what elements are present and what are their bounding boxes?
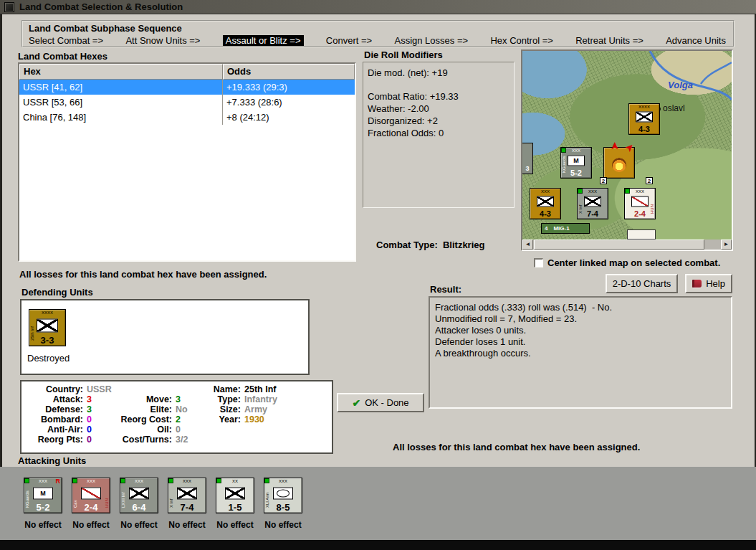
unit-strength-label: 5-2 xyxy=(24,503,62,512)
map-horizontal-scrollbar[interactable]: ◄ ► xyxy=(522,240,732,250)
detail-value: 0 xyxy=(83,425,92,435)
die-roll-modifiers-title: Die Roll Modifiers xyxy=(364,49,443,60)
map-unit-counter-partial[interactable] xyxy=(627,229,656,240)
armor-symbol-icon xyxy=(273,488,293,500)
combat-marker-icon[interactable]: ➤ ➤ xyxy=(603,147,635,179)
result-line: Unmodified roll = 7, Modified = 23. xyxy=(435,313,726,325)
detail-value: 2 xyxy=(172,414,181,425)
map-unit-counter[interactable]: XXX KGuards M 5-2 xyxy=(560,147,592,179)
hex-row[interactable]: China [76, 148] +8 (24:12) xyxy=(19,110,355,125)
unit-size-label: XXXX xyxy=(629,105,659,109)
result-line: A breakthrough occurs. xyxy=(435,348,726,359)
stack-count-label: 3 xyxy=(525,165,529,172)
land-combat-window: Land Combat Selection & Resolution Land … xyxy=(0,0,756,550)
window-system-icon[interactable] xyxy=(4,2,14,12)
unit-effect-label: No effect xyxy=(115,520,163,530)
detail-label: Attack: xyxy=(23,395,83,404)
hex-row[interactable]: USSR [53, 66] +7.333 (28:6) xyxy=(19,95,355,110)
land-combat-hexes-table[interactable]: Hex Odds USSR [41, 62] +19.333 (29:3) US… xyxy=(18,62,356,262)
help-book-icon xyxy=(692,280,702,288)
infantry-symbol-icon xyxy=(584,196,601,207)
militia-symbol-icon: M xyxy=(568,156,585,166)
attacking-unit-counter[interactable]: XXX LXXI Inf 6-4 xyxy=(120,478,158,513)
detail-value: 3/2 xyxy=(172,435,188,445)
detail-value: 0 xyxy=(83,435,92,445)
subphase-sequence-group: Land Combat Subphase Sequence Select Com… xyxy=(21,20,735,47)
air-unit-name: MIG-1 xyxy=(553,225,569,232)
losses-assigned-message-left: All losses for this land combat hex have… xyxy=(19,269,267,280)
detail-label: Cost/Turns: xyxy=(93,435,172,445)
river-label: Volga xyxy=(668,80,693,90)
defending-unit-counter[interactable]: XXXX 25th Inf 3-3 xyxy=(29,309,66,346)
unit-effect-label: No effect xyxy=(67,520,115,530)
unit-size-label: XXX xyxy=(530,189,560,194)
detail-value: 0 xyxy=(172,425,181,435)
hex-row-selected[interactable]: USSR [41, 62] +19.333 (29:3) xyxy=(19,80,355,95)
unit-strength-label: 3-3 xyxy=(29,336,65,345)
ok-done-button[interactable]: ✔ OK - Done xyxy=(337,393,424,412)
attacking-unit-counter[interactable]: XXX Cav HUN 2-4 xyxy=(72,478,110,513)
detail-label: Defense: xyxy=(23,405,83,414)
odds-cell: +19.333 (29:3) xyxy=(223,80,355,95)
hex-cell: USSR [53, 66] xyxy=(19,95,223,110)
unit-size-label: XXX xyxy=(120,479,158,483)
detail-value: 3 xyxy=(83,404,92,414)
modifier-line: Weather: -2.00 xyxy=(368,103,509,115)
attacking-unit-counter[interactable]: XX 1-5 xyxy=(216,478,254,513)
hex-column-header: Hex xyxy=(19,64,223,80)
odds-column-header: Odds xyxy=(223,64,355,80)
unit-strength-label: 2-4 xyxy=(72,503,110,512)
detail-value xyxy=(172,384,176,394)
attacking-unit-counter[interactable]: XXX KGuards M 5-2 R xyxy=(24,478,62,513)
charts-button[interactable]: 2-D-10 Charts xyxy=(606,274,678,293)
result-line: Attacker loses 0 units. xyxy=(435,325,726,336)
unit-size-label: XX xyxy=(216,479,254,483)
air-unit-count: 4 xyxy=(545,225,547,232)
map-air-unit-counter[interactable]: 4 MIG-1 xyxy=(541,223,590,234)
die-roll-modifiers-panel: Die mod. (net): +19 Combat Ratio: +19.33… xyxy=(363,62,515,208)
infantry-symbol-icon xyxy=(177,488,197,500)
infantry-symbol-icon xyxy=(636,112,653,123)
map-unit-counter[interactable]: XXXX 4-3 xyxy=(628,103,660,135)
hex-cell: China [76, 148] xyxy=(19,110,223,125)
unit-effect-label: No effect xyxy=(19,520,67,530)
unit-strength-label: 7-4 xyxy=(168,503,206,512)
hex-table-header: Hex Odds xyxy=(19,64,355,80)
attacking-unit-counter[interactable]: XXX X Inf 7-4 xyxy=(168,478,206,513)
infantry-symbol-icon xyxy=(537,196,554,207)
map-unit-counter[interactable]: XXX 4-3 xyxy=(530,188,561,219)
infantry-symbol-icon xyxy=(225,488,245,500)
scroll-left-button[interactable]: ◄ xyxy=(522,240,533,250)
scroll-right-button[interactable]: ► xyxy=(721,240,732,250)
map-unit-counter-partial[interactable]: 3 xyxy=(522,143,533,174)
attacking-units-title: Attacking Units xyxy=(18,455,86,466)
ok-done-label: OK - Done xyxy=(365,397,408,408)
subphase-sequence-title: Land Combat Subphase Sequence xyxy=(29,23,726,34)
map-unit-counter[interactable]: XXX HUN 2-4 xyxy=(624,188,656,219)
window-titlebar[interactable]: Land Combat Selection & Resolution xyxy=(0,0,756,14)
sequence-step-advance-units: Advance Units xyxy=(666,35,726,46)
center-map-checkbox[interactable] xyxy=(534,258,543,267)
help-button[interactable]: Help xyxy=(685,274,732,293)
detail-label: Oil: xyxy=(93,425,172,435)
map-canvas[interactable]: Volga oslavl XXXX 4-3 3 XXX KGuards M 5-… xyxy=(522,51,732,240)
attacking-unit-counter[interactable]: XXX XLI Arm 8-5 xyxy=(264,478,302,513)
defending-units-panel: XXXX 25th Inf 3-3 Destroyed xyxy=(20,299,310,375)
attacking-units-strip: XXX KGuards M 5-2 R XXX Cav HUN 2-4 XXX … xyxy=(0,467,756,540)
unit-strength-label: 5-2 xyxy=(561,169,591,177)
unit-size-label: XXX xyxy=(168,479,206,483)
unit-status-label: Destroyed xyxy=(27,353,70,364)
scroll-thumb[interactable] xyxy=(534,240,704,250)
unit-effect-label: No effect xyxy=(211,520,259,530)
losses-assigned-message-right: All losses for this land combat hex have… xyxy=(393,442,640,452)
detail-value: Army xyxy=(241,404,267,414)
center-map-label[interactable]: Center linked map on selected combat. xyxy=(547,257,720,268)
detail-value: 1930 xyxy=(241,414,264,425)
defending-units-title: Defending Units xyxy=(21,287,93,298)
detail-label: Reorg Cost: xyxy=(93,415,172,425)
attack-arrow-icon: ➤ xyxy=(610,142,619,150)
detail-label: Country: xyxy=(23,385,83,394)
map-unit-counter[interactable]: XXX X Inf 7-4 xyxy=(577,188,608,219)
map-panel: Volga oslavl XXXX 4-3 3 XXX KGuards M 5-… xyxy=(521,49,733,251)
unit-strength-label: 8-5 xyxy=(264,503,302,512)
